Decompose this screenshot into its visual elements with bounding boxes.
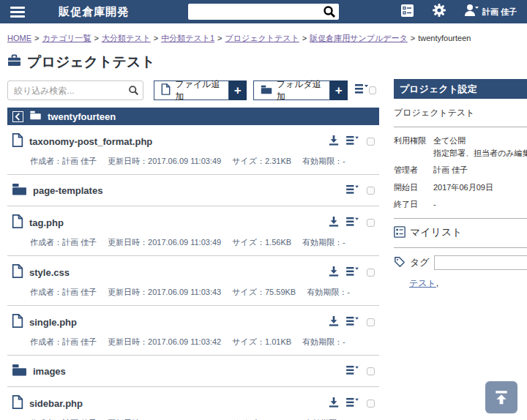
file-browser: ファイル追加 + フォルダ追加 + [7, 79, 379, 420]
breadcrumb-link[interactable]: 大分類テスト [102, 34, 151, 42]
size-value: 75.59KB [265, 288, 296, 296]
list-item[interactable]: single.php 作成者：計画 佳子 [7, 306, 379, 356]
row-checkbox[interactable] [367, 367, 375, 375]
field-label: 終了日 [394, 198, 433, 211]
row-menu-icon[interactable] [346, 266, 359, 280]
item-name[interactable]: taxonomy-post_format.php [29, 136, 152, 147]
gear-icon[interactable] [432, 3, 446, 20]
breadcrumb-link[interactable]: プロジェクトテスト [225, 34, 299, 42]
list-item[interactable]: tag.php 作成者：計画 佳子 更 [7, 206, 379, 256]
row-checkbox[interactable] [367, 269, 375, 277]
tag-list: テスト, [409, 277, 527, 290]
size-value: 1.56KB [265, 238, 291, 247]
download-icon[interactable] [329, 315, 339, 329]
row-checkbox[interactable] [367, 138, 375, 146]
app-title[interactable]: 販促倉庫開発 [59, 5, 129, 19]
file-icon [12, 395, 23, 412]
item-name[interactable]: images [33, 366, 66, 377]
size-value: 1.01KB [265, 337, 291, 346]
folder-icon [12, 364, 27, 379]
list-item[interactable]: taxonomy-post_format.php 作成者：計画 [7, 125, 379, 175]
row-checkbox[interactable] [367, 187, 375, 195]
tag-link[interactable]: テスト [409, 278, 436, 288]
list-item[interactable]: images 作成者： 更新日時： [7, 356, 379, 387]
add-folder-button[interactable]: フォルダ追加 + [253, 80, 348, 100]
creator-label: 作成者： [30, 337, 62, 346]
item-meta: 作成者：計画 佳子 更新日時：2017.06.09 11:03:49 サイズ：1… [30, 237, 375, 248]
breadcrumb-link[interactable]: HOME [7, 34, 31, 42]
navbar-icons: 計画 佳子 [400, 3, 517, 20]
mylist-icon [394, 226, 405, 240]
item-name[interactable]: tag.php [29, 217, 64, 228]
tag-input[interactable] [434, 255, 527, 270]
filter-search-input[interactable] [7, 80, 143, 100]
expiry-value: - [343, 157, 345, 165]
item-name[interactable]: page-templates [33, 185, 102, 196]
add-file-button[interactable]: ファイル追加 + [154, 80, 246, 100]
download-icon[interactable] [329, 216, 339, 230]
row-checkbox[interactable] [367, 400, 375, 408]
breadcrumb-separator: > [154, 34, 158, 42]
list-item[interactable]: page-templates 作成者： [7, 175, 379, 206]
row-menu-icon[interactable] [346, 316, 359, 329]
file-icon [12, 314, 23, 331]
breadcrumb: HOME>カテゴリ一覧>大分類テスト>中分類テスト1>プロジェクトテスト>販促倉… [0, 23, 527, 44]
toolbar-menu-icon[interactable] [355, 83, 369, 97]
field-label: 利用権限 [394, 135, 433, 159]
add-folder-plus-icon[interactable]: + [330, 80, 348, 100]
expiry-value: - [343, 337, 345, 346]
expiry-label: 有効期限： [302, 238, 343, 247]
row-menu-icon[interactable] [346, 135, 359, 149]
back-button[interactable] [12, 111, 23, 122]
search-icon[interactable] [323, 5, 336, 21]
file-icon [161, 83, 171, 97]
breadcrumb-separator: > [94, 34, 98, 42]
breadcrumb-link[interactable]: カテゴリ一覧 [42, 34, 91, 42]
row-menu-icon[interactable] [346, 365, 359, 378]
row-menu-icon[interactable] [346, 184, 359, 198]
filter-search-icon[interactable] [128, 85, 139, 99]
breadcrumb-separator: > [34, 34, 39, 42]
divider [394, 247, 527, 248]
current-folder-header: twentyfourteen [7, 108, 379, 125]
add-file-label: ファイル追加 [175, 78, 221, 103]
row-menu-icon[interactable] [346, 217, 359, 230]
expiry-value: - [347, 288, 350, 296]
download-icon[interactable] [329, 266, 339, 280]
size-label: サイズ： [232, 288, 265, 296]
user-menu[interactable]: 計画 佳子 [464, 4, 517, 20]
add-file-plus-icon[interactable]: + [229, 80, 247, 100]
row-menu-icon[interactable] [346, 397, 359, 410]
item-name[interactable]: style.css [29, 267, 70, 278]
select-all-checkbox[interactable] [369, 86, 376, 94]
checklist-icon[interactable] [400, 4, 414, 20]
breadcrumb-link[interactable]: 中分類テスト1 [161, 34, 214, 42]
download-icon[interactable] [329, 135, 339, 149]
item-name[interactable]: single.php [29, 317, 77, 328]
divider [394, 218, 527, 219]
row-checkbox[interactable] [367, 318, 375, 326]
download-icon[interactable] [329, 397, 339, 410]
list-item[interactable]: sidebar.php 作成者：計画 佳子 [7, 387, 379, 420]
hamburger-menu-icon[interactable] [10, 7, 25, 18]
file-toolbar: ファイル追加 + フォルダ追加 + [7, 80, 379, 100]
tag-row: タグ + [394, 255, 527, 271]
global-search-input[interactable] [188, 4, 339, 20]
item-meta: 作成者：計画 佳子 更新日時：2017.06.09 11:03:42 サイズ：1… [30, 337, 375, 348]
project-field-row: 開始日 2017年06月09日 [394, 181, 527, 194]
mylist-row: マイリスト [394, 226, 527, 240]
row-checkbox[interactable] [367, 219, 375, 227]
user-name: 計画 佳子 [482, 7, 517, 18]
breadcrumb-links: HOME>カテゴリ一覧>大分類テスト>中分類テスト1>プロジェクトテスト>販促倉… [7, 34, 418, 42]
folder-icon [261, 85, 272, 97]
size-value: 2.31KB [265, 157, 291, 165]
list-item[interactable]: style.css 作成者：計画 佳子 [7, 256, 379, 306]
breadcrumb-link[interactable]: 販促倉庫用サンプルデータ [310, 34, 408, 42]
scroll-to-top-button[interactable] [485, 381, 517, 413]
creator-value: 計画 佳子 [62, 238, 97, 247]
expiry-label: 有効期限： [302, 157, 343, 165]
breadcrumb-separator: > [411, 34, 415, 42]
field-note: 指定部署、担当者のみ編集可能 [433, 147, 527, 160]
briefcase-icon [7, 54, 21, 70]
item-name[interactable]: sidebar.php [29, 398, 83, 409]
